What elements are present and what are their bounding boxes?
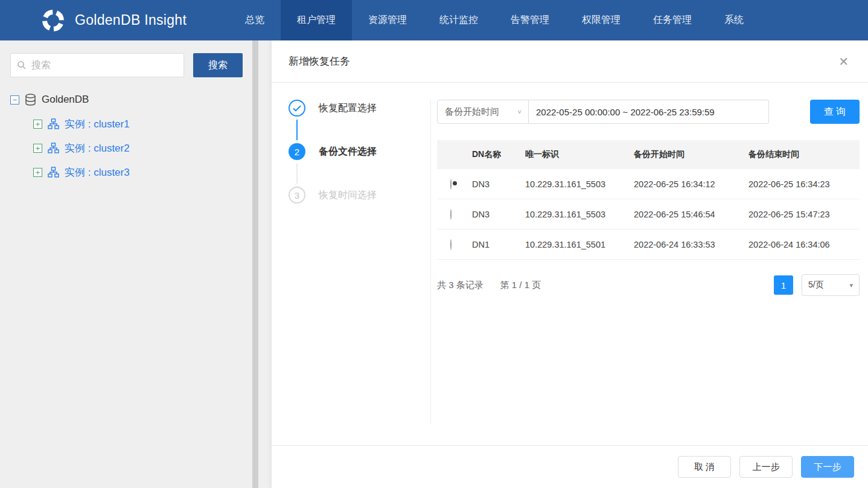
nav-item-task-mgmt[interactable]: 任务管理 [637,0,708,40]
cell-dn-name: DN1 [472,240,525,249]
col-header-backup-end: 备份结束时间 [748,149,860,160]
tree-root-label: GoldenDB [42,94,89,106]
col-header-unique-id: 唯一标识 [525,149,634,160]
nav-item-resource-mgmt[interactable]: 资源管理 [352,0,423,40]
expand-icon[interactable]: + [33,168,42,177]
page-size-select[interactable]: 5/页 ▾ [802,274,860,296]
next-step-button[interactable]: 下一步 [801,456,854,478]
prev-step-button[interactable]: 上一步 [739,456,793,478]
cell-backup-start: 2022-06-25 15:46:54 [634,210,748,219]
nav-item-alarm-mgmt[interactable]: 告警管理 [494,0,566,40]
tree-item-cluster1[interactable]: + 实例 : cluster1 [10,112,272,136]
step-label: 备份文件选择 [319,146,377,158]
tree-item-label: 实例 : cluster2 [65,141,130,155]
expand-icon[interactable]: + [33,144,42,153]
filter-row: 备份开始时间 ∨ 2022-05-25 00:00:00 ~ 2022-06-2… [437,100,860,124]
step1-check-icon [289,100,305,117]
expand-icon[interactable]: + [33,120,42,129]
cluster-icon [48,118,59,130]
table-header-row: DN名称 唯一标识 备份开始时间 备份结束时间 [437,140,860,169]
nav-item-stats-monitor[interactable]: 统计监控 [423,0,494,40]
time-field-select-value: 备份开始时间 [445,106,499,118]
search-icon [17,60,27,72]
step-backup-file: 2 备份文件选择 [289,143,430,160]
goldendb-logo-icon [41,8,65,33]
cell-backup-start: 2022-06-25 16:34:12 [634,179,748,189]
instance-tree: − GoldenDB + 实例 : cluster1 [10,88,272,184]
table-row[interactable]: DN1 10.229.31.161_5501 2022-06-24 16:33:… [437,230,860,260]
database-icon [25,94,36,106]
cluster-icon [48,167,59,178]
tree-item-label: 实例 : cluster3 [65,165,130,179]
modal-footer: 取 消 上一步 下一步 [272,445,868,488]
search-box[interactable] [10,53,184,77]
tree-root-goldendb[interactable]: − GoldenDB [10,88,272,112]
tree-item-label: 实例 : cluster1 [65,117,130,131]
step-label: 恢复配置选择 [319,102,377,115]
search-input[interactable] [11,54,183,77]
row-radio[interactable] [450,209,452,220]
nav-item-permission-mgmt[interactable]: 权限管理 [566,0,637,40]
top-navbar: GoldenDB Insight 总览 租户管理 资源管理 统计监控 告警管理 … [0,0,868,40]
pagination-bar: 共 3 条记录 第 1 / 1 页 1 5/页 ▾ [437,274,860,296]
close-icon[interactable]: ✕ [836,53,851,70]
nav-item-system[interactable]: 系统 [708,0,760,40]
tree-item-cluster3[interactable]: + 实例 : cluster3 [10,160,272,184]
scrollbar-thumb[interactable] [252,40,258,488]
table-row[interactable]: DN3 10.229.31.161_5503 2022-06-25 15:46:… [437,199,860,230]
step-restore-config: 恢复配置选择 [289,100,430,117]
cell-dn-name: DN3 [472,179,525,189]
search-button[interactable]: 搜索 [193,53,243,77]
row-radio[interactable] [450,239,452,250]
cell-backup-end: 2022-06-25 15:47:23 [748,210,860,219]
main-nav: 总览 租户管理 资源管理 统计监控 告警管理 权限管理 任务管理 系统 [229,0,760,40]
cancel-button[interactable]: 取 消 [678,456,731,478]
date-range-input[interactable]: 2022-05-25 00:00:00 ~ 2022-06-25 23:59:5… [529,100,769,124]
col-header-dn-name: DN名称 [472,149,525,160]
cell-unique-id: 10.229.31.161_5503 [525,179,634,189]
tree-item-cluster2[interactable]: + 实例 : cluster2 [10,136,272,160]
wizard-steps: 恢复配置选择 2 备份文件选择 3 恢复时间选择 [289,100,430,423]
sidebar-search-row: 搜索 [10,53,272,77]
left-sidebar: 搜索 − GoldenDB + [0,40,272,488]
modal-title: 新增恢复任务 [289,54,350,68]
backup-file-table: DN名称 唯一标识 备份开始时间 备份结束时间 DN3 10.229.31.16… [437,140,860,260]
sidebar-scrollbar[interactable] [252,40,258,488]
step3-number: 3 [289,187,305,204]
nav-item-overview[interactable]: 总览 [229,0,281,40]
cell-backup-end: 2022-06-24 16:34:06 [748,240,860,249]
page-number-button[interactable]: 1 [774,275,793,295]
total-records-text: 共 3 条记录 [437,280,483,291]
step-label: 恢复时间选择 [319,189,377,202]
modal-header: 新增恢复任务 ✕ [272,40,868,83]
cluster-icon [48,143,59,154]
dropdown-arrow-icon: ▾ [849,281,853,289]
chevron-down-icon: ∨ [517,108,522,115]
step-connector [296,120,298,140]
add-restore-task-modal: 新增恢复任务 ✕ 恢复配置选择 2 备份文件选择 3 恢复时间选择 [272,40,868,488]
cell-unique-id: 10.229.31.161_5501 [525,240,634,249]
cell-backup-start: 2022-06-24 16:33:53 [634,240,748,249]
page-indicator-text: 第 1 / 1 页 [500,280,541,291]
step-connector [296,163,298,184]
row-radio[interactable] [450,179,452,190]
collapse-icon[interactable]: − [10,95,19,104]
col-header-backup-start: 备份开始时间 [634,149,748,160]
modal-body: 恢复配置选择 2 备份文件选择 3 恢复时间选择 备份开始时间 ∨ 2022 [272,83,868,445]
brand-title: GoldenDB Insight [75,12,187,28]
nav-item-tenant-mgmt[interactable]: 租户管理 [281,0,352,40]
page-size-value: 5/页 [808,280,824,291]
query-button[interactable]: 查 询 [810,100,860,124]
step2-number: 2 [289,143,305,160]
cell-dn-name: DN3 [472,210,525,219]
cell-unique-id: 10.229.31.161_5503 [525,210,634,219]
brand: GoldenDB Insight [0,0,187,40]
pager-controls: 1 5/页 ▾ [774,274,860,296]
cell-backup-end: 2022-06-25 16:34:23 [748,179,860,189]
step-restore-time: 3 恢复时间选择 [289,187,430,204]
date-range-value: 2022-05-25 00:00:00 ~ 2022-06-25 23:59:5… [536,107,715,117]
step-content: 备份开始时间 ∨ 2022-05-25 00:00:00 ~ 2022-06-2… [430,100,860,423]
table-row[interactable]: DN3 10.229.31.161_5503 2022-06-25 16:34:… [437,169,860,199]
time-field-select[interactable]: 备份开始时间 ∨ [437,100,529,124]
